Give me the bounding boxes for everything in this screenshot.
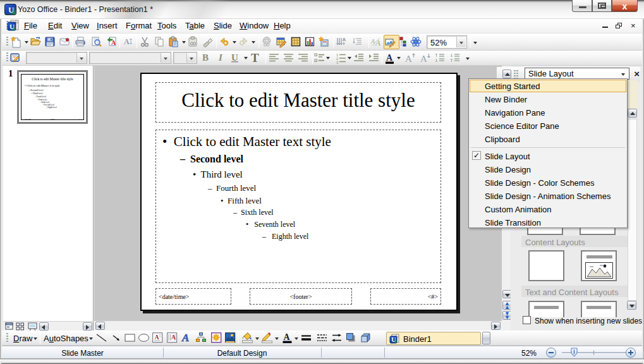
- svg-text:A: A: [370, 38, 375, 45]
- svg-text:A: A: [284, 332, 291, 342]
- svg-text:A: A: [386, 53, 393, 63]
- svg-text:A: A: [405, 54, 412, 64]
- svg-text:U: U: [391, 336, 396, 343]
- svg-text:A: A: [124, 37, 130, 46]
- svg-text:A: A: [154, 334, 159, 341]
- svg-text:U: U: [231, 52, 238, 63]
- svg-text:I: I: [218, 52, 223, 63]
- svg-text:A: A: [171, 334, 176, 341]
- svg-text:T: T: [251, 51, 259, 64]
- svg-text:U: U: [9, 23, 15, 30]
- svg-text:A: A: [375, 38, 380, 47]
- svg-text:A: A: [343, 37, 346, 42]
- svg-text:B: B: [202, 52, 209, 63]
- svg-text:3: 3: [336, 61, 339, 64]
- svg-text:A: A: [181, 332, 189, 344]
- svg-text:A: A: [420, 54, 427, 64]
